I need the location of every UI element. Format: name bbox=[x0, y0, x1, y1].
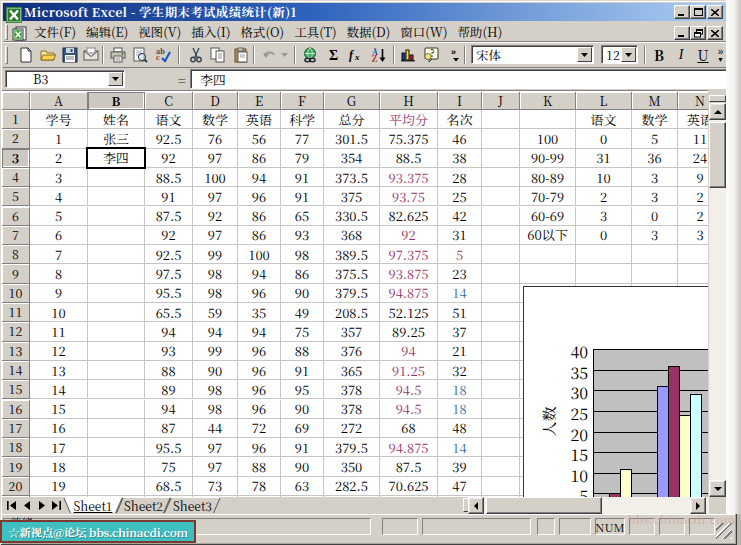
cell-H2[interactable]: 75.375 bbox=[380, 129, 438, 148]
cell-C8[interactable]: 92.5 bbox=[145, 245, 193, 264]
cell-C11[interactable]: 65.5 bbox=[145, 303, 193, 322]
cell-F18[interactable]: 91 bbox=[281, 438, 324, 457]
cell-E6[interactable]: 86 bbox=[238, 207, 281, 226]
cell-J19[interactable] bbox=[482, 457, 520, 476]
cell-J10[interactable] bbox=[482, 284, 520, 303]
cell-B9[interactable] bbox=[88, 264, 145, 283]
cell-L5[interactable]: 2 bbox=[576, 187, 632, 206]
sheet-tab-sheet1[interactable]: Sheet1 bbox=[64, 497, 122, 513]
cell-K9[interactable] bbox=[520, 264, 576, 283]
row-header-1[interactable]: 1 bbox=[2, 110, 30, 129]
row-header-13[interactable]: 13 bbox=[2, 342, 30, 361]
cell-J13[interactable] bbox=[482, 342, 520, 361]
close-button[interactable] bbox=[707, 5, 723, 19]
font-size-dropdown-icon[interactable] bbox=[621, 47, 636, 62]
workbook-restore-button[interactable] bbox=[690, 26, 706, 40]
autosum-button[interactable]: Σ bbox=[323, 44, 345, 66]
font-name-dropdown-icon[interactable] bbox=[577, 47, 592, 62]
cell-J3[interactable] bbox=[482, 149, 520, 168]
cell-C20[interactable]: 68.5 bbox=[145, 477, 193, 496]
cell-I15[interactable]: 18 bbox=[438, 380, 482, 399]
cell-A13[interactable]: 12 bbox=[30, 342, 88, 361]
cell-E7[interactable]: 86 bbox=[238, 226, 281, 245]
font-size-combo[interactable]: 12 bbox=[601, 45, 638, 64]
row-header-20[interactable]: 20 bbox=[2, 477, 30, 496]
cell-M5[interactable]: 3 bbox=[632, 187, 678, 206]
cell-H10[interactable]: 94.875 bbox=[380, 284, 438, 303]
cell-D13[interactable]: 99 bbox=[193, 342, 238, 361]
cell-I10[interactable]: 14 bbox=[438, 284, 482, 303]
cell-L9[interactable] bbox=[576, 264, 632, 283]
row-header-19[interactable]: 19 bbox=[2, 457, 30, 476]
column-header-I[interactable]: I bbox=[438, 92, 482, 110]
cell-B15[interactable] bbox=[88, 380, 145, 399]
cell-I19[interactable]: 39 bbox=[438, 457, 482, 476]
cell-H4[interactable]: 93.375 bbox=[380, 168, 438, 187]
cell-B12[interactable] bbox=[88, 322, 145, 341]
cell-D5[interactable]: 97 bbox=[193, 187, 238, 206]
cell-F17[interactable]: 69 bbox=[281, 419, 324, 438]
cell-D2[interactable]: 76 bbox=[193, 129, 238, 148]
resize-grip-icon[interactable] bbox=[716, 523, 732, 539]
row-header-4[interactable]: 4 bbox=[2, 168, 30, 187]
cell-C3[interactable]: 92 bbox=[145, 149, 193, 168]
cell-H13[interactable]: 94 bbox=[380, 342, 438, 361]
menu-item-format[interactable]: 格式(O) bbox=[235, 21, 289, 43]
cell-N2[interactable]: 11 bbox=[678, 129, 708, 148]
menu-item-data[interactable]: 数据(D) bbox=[341, 21, 395, 43]
cell-F4[interactable]: 91 bbox=[281, 168, 324, 187]
cell-I4[interactable]: 28 bbox=[438, 168, 482, 187]
edit-formula-button[interactable]: = bbox=[173, 71, 191, 87]
cell-G6[interactable]: 330.5 bbox=[324, 207, 380, 226]
row-header-8[interactable]: 8 bbox=[2, 245, 30, 264]
cell-N9[interactable] bbox=[678, 264, 708, 283]
cell-F16[interactable]: 90 bbox=[281, 400, 324, 419]
cell-C5[interactable]: 91 bbox=[145, 187, 193, 206]
row-header-6[interactable]: 6 bbox=[2, 207, 30, 226]
cell-I7[interactable]: 31 bbox=[438, 226, 482, 245]
cell-J15[interactable] bbox=[482, 380, 520, 399]
first-sheet-icon[interactable] bbox=[4, 498, 19, 513]
cell-B10[interactable] bbox=[88, 284, 145, 303]
vertical-scrollbar[interactable] bbox=[709, 91, 726, 497]
select-all-corner[interactable] bbox=[2, 92, 30, 110]
cell-C19[interactable]: 75 bbox=[145, 457, 193, 476]
cell-K5[interactable]: 70-79 bbox=[520, 187, 576, 206]
cell-G10[interactable]: 379.5 bbox=[324, 284, 380, 303]
cell-I6[interactable]: 42 bbox=[438, 207, 482, 226]
cell-A17[interactable]: 16 bbox=[30, 419, 88, 438]
cell-A10[interactable]: 9 bbox=[30, 284, 88, 303]
cell-F15[interactable]: 95 bbox=[281, 380, 324, 399]
cell-C2[interactable]: 92.5 bbox=[145, 129, 193, 148]
cell-H14[interactable]: 91.25 bbox=[380, 361, 438, 380]
column-header-K[interactable]: K bbox=[520, 92, 576, 110]
sheet-tab-sheet2[interactable]: Sheet2 bbox=[117, 497, 170, 513]
cell-J11[interactable] bbox=[482, 303, 520, 322]
row-header-14[interactable]: 14 bbox=[2, 361, 30, 380]
column-header-L[interactable]: L bbox=[576, 92, 632, 110]
cell-E16[interactable]: 96 bbox=[238, 400, 281, 419]
cell-I11[interactable]: 51 bbox=[438, 303, 482, 322]
cell-I17[interactable]: 48 bbox=[438, 419, 482, 438]
copy-button[interactable] bbox=[207, 44, 229, 66]
cell-J7[interactable] bbox=[482, 226, 520, 245]
title-bar[interactable]: Microsoft Excel - 学生期末考试成绩统计(新)1 bbox=[3, 3, 733, 21]
cell-F13[interactable]: 88 bbox=[281, 342, 324, 361]
new-workbook-button[interactable] bbox=[15, 44, 37, 66]
cell-G4[interactable]: 373.5 bbox=[324, 168, 380, 187]
cell-J8[interactable] bbox=[482, 245, 520, 264]
column-header-M[interactable]: M bbox=[632, 92, 678, 110]
cut-button[interactable] bbox=[185, 44, 207, 66]
cell-E10[interactable]: 96 bbox=[238, 284, 281, 303]
cell-H19[interactable]: 87.5 bbox=[380, 457, 438, 476]
cell-J6[interactable] bbox=[482, 207, 520, 226]
cell-G11[interactable]: 208.5 bbox=[324, 303, 380, 322]
cell-D1[interactable]: 数学 bbox=[193, 110, 238, 129]
workbook-close-button[interactable] bbox=[707, 26, 723, 40]
cell-D11[interactable]: 59 bbox=[193, 303, 238, 322]
cell-A8[interactable]: 7 bbox=[30, 245, 88, 264]
paste-function-button[interactable]: fx bbox=[345, 44, 367, 66]
cell-K1[interactable] bbox=[520, 110, 576, 129]
cell-G17[interactable]: 272 bbox=[324, 419, 380, 438]
paste-button[interactable] bbox=[230, 44, 252, 66]
